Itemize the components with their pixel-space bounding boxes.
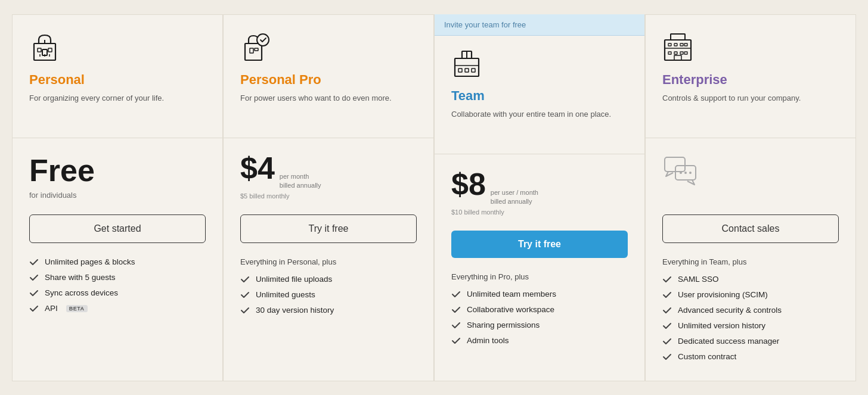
try-free-button-pro[interactable]: Try it free bbox=[240, 214, 417, 243]
feature-item: Advanced security & controls bbox=[662, 306, 839, 315]
get-started-button[interactable]: Get started bbox=[29, 214, 206, 243]
svg-rect-19 bbox=[668, 43, 671, 46]
plan-desc-enterprise: Controls & support to run your company. bbox=[662, 92, 839, 123]
feature-item: Unlimited pages & blocks bbox=[29, 257, 206, 267]
price-section-personal: Free for individuals bbox=[29, 153, 206, 200]
team-icon bbox=[451, 48, 482, 79]
svg-rect-9 bbox=[455, 58, 479, 76]
svg-point-32 bbox=[689, 172, 692, 174]
check-icon bbox=[662, 352, 672, 362]
price-free-sub: for individuals bbox=[29, 191, 206, 200]
feature-item: SAML SSO bbox=[662, 275, 839, 284]
contact-illustration bbox=[662, 153, 698, 188]
price-meta: per month billed annually bbox=[280, 172, 321, 191]
price-main: $4 per month billed annually bbox=[240, 153, 417, 191]
plan-enterprise: Enterprise Controls & support to run you… bbox=[645, 14, 856, 381]
check-icon bbox=[662, 306, 672, 315]
check-icon bbox=[240, 290, 250, 300]
feature-item: Custom contract bbox=[662, 352, 839, 362]
plan-personal: Personal For organizing every corner of … bbox=[12, 14, 223, 381]
feature-item: Unlimited file uploads bbox=[240, 275, 417, 284]
feature-list-enterprise: SAML SSO User provisioning (SCIM) Advanc… bbox=[662, 275, 839, 362]
price-meta: per user / month billed annually bbox=[491, 188, 538, 207]
svg-rect-13 bbox=[458, 69, 462, 72]
price-section-personal-pro: $4 per month billed annually $5 billed m… bbox=[240, 153, 417, 200]
price-section-team: $8 per user / month billed annually $10 … bbox=[451, 169, 628, 216]
plan-desc-personal-pro: For power users who want to do even more… bbox=[240, 92, 417, 123]
svg-rect-16 bbox=[665, 40, 691, 60]
svg-rect-24 bbox=[674, 52, 677, 54]
svg-point-6 bbox=[257, 34, 269, 46]
plan-desc-personal: For organizing every corner of your life… bbox=[29, 92, 206, 123]
price-section-enterprise bbox=[662, 153, 839, 200]
price-free: Free bbox=[29, 153, 206, 188]
feature-item: Dedicated success manager bbox=[662, 337, 839, 346]
personal-icon bbox=[29, 32, 60, 63]
svg-rect-17 bbox=[671, 34, 685, 40]
svg-point-30 bbox=[680, 172, 682, 174]
plan-desc-team: Collaborate with your entire team in one… bbox=[451, 108, 628, 139]
svg-rect-20 bbox=[674, 43, 677, 46]
feature-list-team: Unlimited team members Collaborative wor… bbox=[451, 290, 628, 346]
feature-item: Admin tools bbox=[451, 336, 628, 346]
price-amount: $4 bbox=[240, 153, 275, 183]
check-icon bbox=[29, 273, 39, 282]
plan-personal-pro: Personal Pro For power users who want to… bbox=[223, 14, 434, 381]
svg-rect-26 bbox=[684, 52, 687, 54]
enterprise-icon bbox=[662, 32, 693, 63]
price-note: $5 billed monthly bbox=[240, 192, 417, 200]
svg-rect-21 bbox=[680, 43, 683, 46]
check-icon bbox=[29, 304, 39, 313]
price-note: $10 billed monthly bbox=[451, 209, 628, 216]
feature-item: Unlimited guests bbox=[240, 290, 417, 300]
check-icon bbox=[451, 321, 461, 330]
svg-rect-7 bbox=[250, 48, 253, 53]
check-icon bbox=[662, 337, 672, 346]
svg-rect-4 bbox=[48, 48, 52, 52]
price-amount: $8 bbox=[451, 169, 486, 200]
feature-item: Sync across devices bbox=[29, 288, 206, 298]
features-label-team: Everything in Pro, plus bbox=[451, 272, 628, 281]
feature-list-personal: Unlimited pages & blocks Share with 5 gu… bbox=[29, 257, 206, 313]
check-icon bbox=[240, 306, 250, 315]
svg-rect-25 bbox=[680, 52, 683, 54]
plan-name-personal: Personal bbox=[29, 72, 206, 88]
features-label-enterprise: Everything in Team, plus bbox=[662, 257, 839, 266]
price-main: $8 per user / month billed annually bbox=[451, 169, 628, 207]
check-icon bbox=[240, 275, 250, 284]
check-icon bbox=[451, 290, 461, 299]
feature-item: 30 day version history bbox=[240, 306, 417, 315]
svg-rect-3 bbox=[38, 48, 41, 52]
check-icon bbox=[29, 257, 39, 267]
feature-item: Unlimited version history bbox=[662, 321, 839, 331]
features-label-pro: Everything in Personal, plus bbox=[240, 257, 417, 266]
try-free-button-team[interactable]: Try it free bbox=[451, 231, 628, 258]
plan-name-personal-pro: Personal Pro bbox=[240, 72, 417, 88]
feature-item: User provisioning (SCIM) bbox=[662, 290, 839, 300]
check-icon bbox=[662, 321, 672, 331]
feature-item: Share with 5 guests bbox=[29, 273, 206, 282]
check-icon bbox=[451, 305, 461, 315]
beta-badge: BETA bbox=[66, 305, 88, 312]
check-icon bbox=[29, 288, 39, 298]
svg-rect-27 bbox=[674, 55, 681, 60]
contact-sales-button[interactable]: Contact sales bbox=[662, 214, 839, 243]
feature-item: API BETA bbox=[29, 304, 206, 313]
svg-rect-23 bbox=[668, 52, 671, 54]
personal-pro-icon bbox=[240, 32, 271, 63]
plan-name-team: Team bbox=[451, 88, 628, 104]
feature-item: Sharing permissions bbox=[451, 321, 628, 330]
plan-name-enterprise: Enterprise bbox=[662, 72, 839, 88]
svg-rect-15 bbox=[472, 69, 475, 72]
feature-item: Collaborative workspace bbox=[451, 305, 628, 315]
feature-item: Unlimited team members bbox=[451, 290, 628, 299]
svg-rect-22 bbox=[684, 43, 687, 46]
check-icon bbox=[451, 336, 461, 346]
plan-team: Invite your team for free Team Collabora… bbox=[434, 14, 645, 381]
svg-rect-14 bbox=[465, 69, 469, 72]
svg-rect-8 bbox=[255, 48, 258, 51]
feature-list-pro: Unlimited file uploads Unlimited guests … bbox=[240, 275, 417, 315]
pricing-grid: Personal For organizing every corner of … bbox=[12, 14, 856, 381]
check-icon bbox=[662, 290, 672, 300]
team-banner: Invite your team for free bbox=[435, 14, 644, 36]
